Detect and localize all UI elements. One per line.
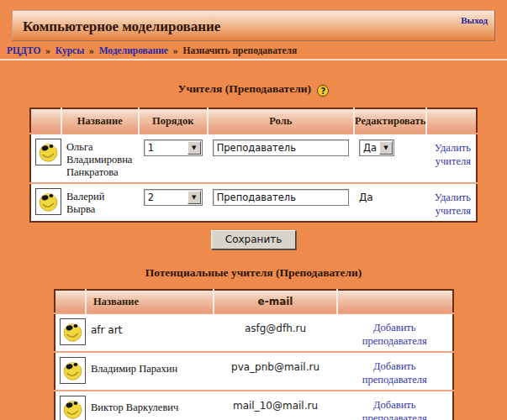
page-title: Компьютерное моделирование [13,11,494,35]
action-cell: Добавить преподавателя [337,313,453,352]
chevron-down-icon[interactable]: ▼ [187,191,201,204]
potential-section-title: Потенциальные учителя (Преподаватели) [0,266,507,280]
avatar-cell [30,134,61,183]
add-teacher-link[interactable]: Добавить преподавателя [362,360,427,386]
teacher-name: Ольга Владимировна Панкратова [61,134,139,183]
potential-teacher-name: Владимир Парахин [86,352,214,391]
teachers-section-title-text: Учителя (Преподаватели) [178,82,312,95]
column-header-name: Название [86,290,214,313]
avatar-cell [55,391,86,420]
edit-value-static: Да [354,183,426,222]
potential-table-header-row: Название e-mail [55,290,453,313]
column-header-email: e-mail [214,290,336,313]
smiley-face-avatar-icon [61,397,84,420]
action-cell: Добавить преподавателя [337,352,453,391]
chevron-down-icon[interactable]: ▼ [379,141,393,155]
column-header-role: Роль [208,108,354,134]
action-cell: Добавить преподавателя [337,391,453,420]
edit-select-value: Да [360,142,379,154]
smiley-face-avatar-icon [61,359,84,382]
breadcrumb-separator: » [43,45,53,55]
avatar-cell [55,352,86,391]
column-header-icon [55,290,86,313]
edit-cell: Да ▼ [354,134,426,183]
breadcrumb-link-courses[interactable]: Курсы [55,45,84,55]
role-cell [208,183,354,222]
column-header-action [337,290,453,313]
add-teacher-link[interactable]: Добавить преподавателя [362,322,427,347]
potential-teacher-email: asfg@dfh.ru [214,313,336,352]
smiley-face-avatar-icon [37,190,60,213]
potential-teacher-name: afr art [86,313,214,352]
order-cell: 1 ▼ [139,134,208,183]
avatar [60,318,86,345]
role-input[interactable] [213,189,349,206]
order-select-value: 1 [145,142,187,154]
save-row: Сохранить [0,230,507,249]
role-cell [208,134,354,183]
potential-teachers-table: Название e-mail afr art asfg@dfh.ru Доба… [54,289,454,420]
smiley-face-avatar-icon [37,140,60,164]
remove-teacher-link[interactable]: Удалить учителя [435,142,471,167]
teachers-section-title: Учителя (Преподаватели) ? [0,82,507,97]
breadcrumb-link-course[interactable]: Моделирование [99,45,168,55]
remove-teacher-link[interactable]: Удалить учителя [435,192,471,217]
role-input[interactable] [213,139,349,156]
teacher-row: Ольга Владимировна Панкратова 1 ▼ Да ▼ [30,134,477,183]
column-header-edit: Редактировать [354,108,426,134]
edit-select[interactable]: Да ▼ [359,139,394,156]
order-select-value: 2 [145,192,187,203]
order-cell: 2 ▼ [139,183,208,222]
column-header-order: Порядок [139,108,208,134]
teachers-table-header-row: Название Порядок Роль Редактировать [30,108,477,134]
action-cell: Удалить учителя [426,183,477,222]
breadcrumb-separator: » [171,45,181,55]
avatar [60,396,86,420]
column-header-action [426,108,477,134]
column-header-name: Название [61,108,139,134]
chevron-down-icon[interactable]: ▼ [187,141,201,155]
potential-teacher-email: mail_10@mail.ru [214,391,336,420]
avatar-cell [55,313,86,352]
avatar [35,139,61,165]
breadcrumb-current: Назначить преподавателя [182,45,297,55]
page: Выход Компьютерное моделирование РЦДТО »… [0,0,507,420]
teacher-name: Валерий Вырва [61,183,139,222]
teacher-row: Валерий Вырва 2 ▼ Да Удалить учителя [30,183,477,222]
header: Выход Компьютерное моделирование [12,10,495,41]
save-button[interactable]: Сохранить [211,230,297,249]
avatar-cell [30,183,61,222]
order-select[interactable]: 1 ▼ [144,139,203,156]
potential-teacher-row: Владимир Парахин pva_pnb@mail.ru Добавит… [55,352,453,391]
column-header-icon [30,108,61,134]
breadcrumb-link-rcdto[interactable]: РЦДТО [7,45,40,55]
avatar [35,188,61,215]
logout-link[interactable]: Выход [461,15,488,25]
potential-teacher-row: afr art asfg@dfh.ru Добавить преподавате… [55,313,453,352]
smiley-face-avatar-icon [61,320,84,344]
potential-teacher-name: Виктор Варкулевич [86,391,214,420]
add-teacher-link[interactable]: Добавить преподавателя [362,399,427,420]
action-cell: Удалить учителя [426,134,477,183]
breadcrumb: РЦДТО » Курсы » Моделирование » Назначит… [0,41,507,60]
breadcrumb-separator: » [87,45,97,55]
potential-teacher-row: Виктор Варкулевич mail_10@mail.ru Добави… [55,391,453,420]
help-icon[interactable]: ? [317,85,329,97]
avatar [60,357,86,384]
order-select[interactable]: 2 ▼ [144,189,203,206]
potential-teacher-email: pva_pnb@mail.ru [214,352,336,391]
teachers-table: Название Порядок Роль Редактировать Ольг… [29,108,478,223]
